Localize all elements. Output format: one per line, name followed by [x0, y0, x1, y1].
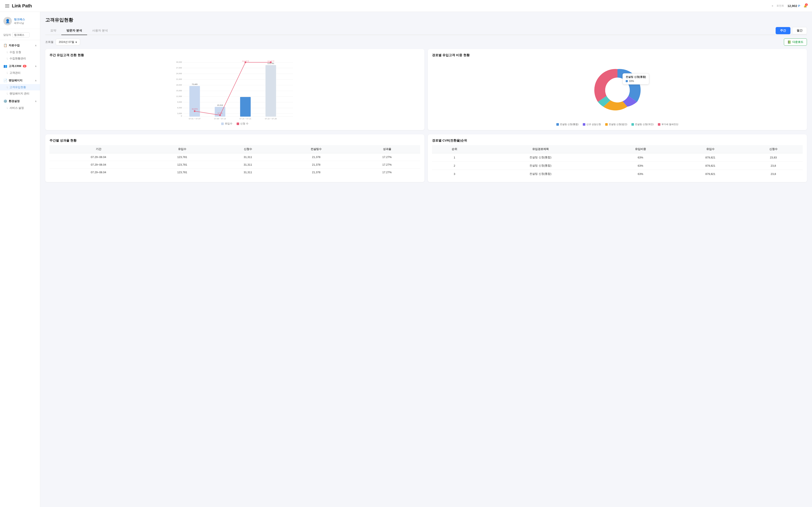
- nav-group-settings: ⚙️ 환경설정 ∧ 서비스 설정: [0, 98, 40, 111]
- user-section: 👤 링크패스 세무사님: [0, 15, 40, 29]
- nav-icon-crm: 👥: [3, 64, 7, 68]
- main-content: 고객유입현황 요약 방문자 분석 사용자 분석 주간 월간 조회월 2024년 …: [40, 12, 812, 507]
- header-right: 포인트 12,902 P 🔔 2: [772, 4, 807, 8]
- bell-badge: 2: [805, 3, 808, 6]
- download-button[interactable]: 📗 다운로드: [784, 39, 807, 46]
- weekly-table-header-row: 기간 유입수 신청수 컨설팅수 성과율: [49, 145, 420, 153]
- col-inflow-ratio: 유입비중: [604, 145, 677, 153]
- bar-4: [266, 65, 276, 117]
- nav-group-header-settings[interactable]: ⚙️ 환경설정 ∧: [0, 98, 40, 105]
- svg-text:30,000: 30,000: [176, 61, 182, 63]
- chevron-down-icon-settings: ∧: [35, 100, 37, 103]
- legend-inflow: 유입수: [221, 122, 233, 125]
- svg-text:23,319: 23,319: [217, 104, 223, 106]
- filter-left: 조회월 2024년 07월 ▾: [45, 39, 80, 45]
- svg-text:15,000: 15,000: [176, 90, 182, 92]
- table-cell: 31,311: [217, 153, 278, 161]
- nav-group-header-crm[interactable]: 👥 고객.CRM N ∧: [0, 62, 40, 70]
- header-left: Link Path: [5, 3, 32, 9]
- tab-summary[interactable]: 요약: [45, 26, 61, 35]
- table-cell: 2: [432, 162, 477, 170]
- sidebar-item-collect-request[interactable]: 수집 요청: [0, 49, 40, 55]
- svg-text:27,000: 27,000: [176, 67, 182, 69]
- nav-group-header-data-collection[interactable]: 📋 자료수집 ∧: [0, 42, 40, 49]
- table-cell: 17.27%: [354, 169, 420, 176]
- points-value: 12,902 P: [788, 4, 800, 8]
- col-request-count: 신청수: [744, 145, 803, 153]
- dl-label-consulting: 컨설팅 신청(통합): [560, 123, 578, 126]
- sidebar-item-service-settings[interactable]: 서비스 설정: [0, 105, 40, 111]
- table-row: 3컨설팅 신청(통합)63%879,82123,8: [432, 170, 803, 178]
- dl-label-tax: 부가세 절세진단: [661, 123, 678, 126]
- header: Link Path 포인트 12,902 P 🔔 2: [0, 0, 812, 12]
- col-consulting: 컨설팅수: [279, 145, 354, 153]
- svg-text:32,873: 32,873: [192, 108, 198, 110]
- period-monthly-button[interactable]: 월간: [792, 27, 807, 34]
- nav-group-label-landing: 랜딩페이지: [9, 78, 22, 82]
- assignee-select[interactable]: 링크패스: [12, 32, 30, 38]
- filter-row: 조회월 2024년 07월 ▾ 📗 다운로드: [45, 39, 807, 46]
- tooltip-title: 컨설팅 신청(통합): [626, 75, 646, 79]
- tooltip-value: 33%: [629, 80, 634, 82]
- bar-chart-legend: 유입수 신청 수: [49, 122, 420, 125]
- nav-section: 📋 자료수집 ∧ 수집 요청 수집현황관리 👥 고객.CRM N ∧ 고객관리: [0, 42, 40, 111]
- svg-text:07.15 ~ 07.21: 07.15 ~ 07.21: [240, 118, 251, 120]
- bar-1: [190, 86, 200, 117]
- table-cell: 3: [432, 170, 477, 178]
- tab-visitor-analysis[interactable]: 방문자 분석: [61, 26, 87, 35]
- nav-group-header-landing[interactable]: 📄 랜딩페이지 ∧: [0, 77, 40, 84]
- legend-request-dot: [237, 122, 239, 125]
- table-cell: 23,8: [744, 162, 803, 170]
- donut-svg: [588, 61, 647, 120]
- download-label: 다운로드: [792, 40, 803, 44]
- page-title: 고객유입현황: [45, 17, 807, 23]
- col-request: 신청수: [217, 145, 278, 153]
- table-row: 07.29~08.04123,78131,31121,37817.27%: [49, 161, 420, 169]
- layout: 👤 링크패스 세무사님 담당자 링크패스 📋 자료수집 ∧ 수집 요청 수집현황: [0, 12, 812, 507]
- period-weekly-button[interactable]: 주간: [776, 27, 791, 34]
- assignee-row: 담당자 링크패스: [0, 32, 40, 40]
- bell-icon[interactable]: 🔔 2: [804, 4, 807, 7]
- table-cell: 879,821: [677, 153, 744, 162]
- table-cell: 21,378: [279, 161, 354, 169]
- bar-chart-title: 주간 유입고객 전환 현황: [49, 53, 420, 57]
- col-rank: 순위: [432, 145, 477, 153]
- chevron-down-icon-month: ▾: [75, 41, 77, 44]
- user-name[interactable]: 링크패스: [14, 17, 25, 21]
- weekly-table-body: 07.29~08.04123,78131,31121,37817.27%07.2…: [49, 153, 420, 176]
- sidebar-item-customer-inflow[interactable]: 고객유입현황: [0, 84, 40, 91]
- svg-text:07.22 ~ 07.28: 07.22 ~ 07.28: [265, 118, 276, 120]
- svg-text:6,000: 6,000: [177, 107, 182, 109]
- excel-icon: 📗: [788, 40, 791, 44]
- table-cell: 879,821: [677, 170, 744, 178]
- table-cell: 07.29~08.04: [49, 161, 147, 169]
- charts-row: 주간 유입고객 전환 현황 30,000 27,000 24,000 21,00…: [45, 49, 807, 130]
- table-cell: 1: [432, 153, 477, 162]
- bar-chart-card: 주간 유입고객 전환 현황 30,000 27,000 24,000 21,00…: [45, 49, 424, 130]
- tables-row: 주간별 성과율 현황 기간 유입수 신청수 컨설팅수 성과율: [45, 134, 807, 182]
- points-dot: [772, 5, 773, 7]
- assignee-label: 담당자: [3, 33, 11, 37]
- tooltip-dot: [626, 80, 628, 82]
- month-select[interactable]: 2024년 07월 ▾: [56, 39, 80, 45]
- svg-text:321,878: 321,878: [267, 61, 274, 62]
- sidebar-item-collect-status[interactable]: 수집현황관리: [0, 55, 40, 62]
- hamburger-menu[interactable]: [5, 4, 9, 7]
- tab-user-analysis[interactable]: 사용자 분석: [87, 26, 113, 35]
- weekly-table-scroll[interactable]: 기간 유입수 신청수 컨설팅수 성과율 07.29~08.04123,78131…: [49, 145, 420, 176]
- dl-dot-corp: [605, 123, 608, 126]
- nav-icon-landing: 📄: [3, 78, 7, 82]
- user-role: 세무사님: [14, 21, 25, 25]
- line-point-1: [194, 110, 196, 112]
- cvr-table-scroll[interactable]: 순위 유입경로제목 유입비중 유입수 신청수 1컨설팅 신청(통합)63%879…: [432, 145, 803, 178]
- table-cell: 123,781: [147, 153, 217, 161]
- nav-group-label: 자료수집: [9, 44, 20, 47]
- cvr-table-card: 경로별 CVR(전환율)순위 순위 유입경로제목 유입비중 유입수 신청수: [428, 134, 807, 182]
- table-cell: 07.29~08.04: [49, 169, 147, 176]
- legend-request: 신청 수: [237, 122, 248, 125]
- sidebar-item-landing-manage[interactable]: 랜딩페이지 관리: [0, 91, 40, 97]
- col-performance: 성과율: [354, 145, 420, 153]
- sidebar-item-customer[interactable]: 고객관리: [0, 70, 40, 76]
- weekly-table: 기간 유입수 신청수 컨설팅수 성과율 07.29~08.04123,78131…: [49, 145, 420, 176]
- donut-legend-corp: 컨설팅 신청(법인): [605, 123, 627, 126]
